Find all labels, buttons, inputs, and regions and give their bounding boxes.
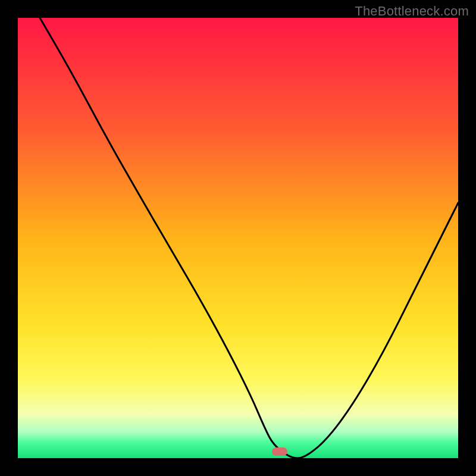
chart-frame: TheBottleneck.com [0, 0, 476, 476]
watermark-text: TheBottleneck.com [355, 4, 469, 19]
bottleneck-curve [18, 18, 458, 458]
plot-area [18, 18, 458, 458]
optimum-marker [272, 447, 287, 456]
